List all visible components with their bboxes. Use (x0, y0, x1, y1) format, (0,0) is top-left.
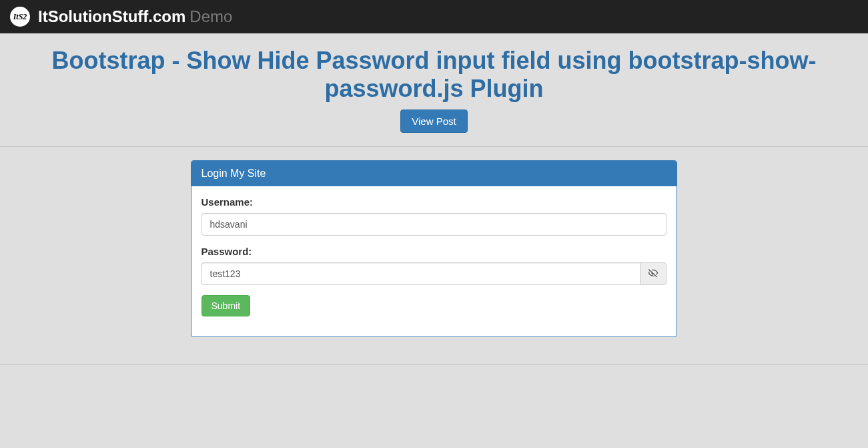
main-row: Login My Site Username: Password: (54, 160, 815, 351)
panel-title: Login My Site (191, 161, 677, 186)
username-group: Username: (201, 196, 667, 236)
divider-bottom (0, 364, 868, 365)
submit-group: Submit (201, 295, 667, 316)
brand-main-text: ItSolutionStuff.com (38, 7, 185, 26)
navbar: ItS2 ItSolutionStuff.com Demo (0, 0, 868, 33)
page-title: Bootstrap - Show Hide Password input fie… (0, 47, 868, 103)
toggle-password-button[interactable] (640, 262, 667, 285)
eye-slash-icon (648, 268, 659, 280)
password-input[interactable] (201, 262, 640, 285)
username-label: Username: (201, 196, 667, 208)
panel-body: Username: Password: (191, 186, 677, 337)
view-post-container: View Post (0, 109, 868, 133)
view-post-button[interactable]: View Post (400, 109, 467, 133)
login-panel: Login My Site Username: Password: (191, 160, 678, 337)
password-group: Password: (201, 246, 667, 285)
divider-top (0, 146, 868, 147)
submit-button[interactable]: Submit (201, 295, 251, 316)
password-label: Password: (201, 246, 667, 257)
logo-icon: ItS2 (10, 7, 30, 27)
navbar-brand-link[interactable]: ItS2 ItSolutionStuff.com Demo (10, 7, 232, 27)
main-col: Login My Site Username: Password: (181, 160, 688, 351)
password-input-group (201, 262, 667, 285)
brand-sub-text: Demo (189, 7, 232, 26)
main-container: Login My Site Username: Password: (44, 160, 825, 351)
username-input[interactable] (201, 213, 667, 236)
